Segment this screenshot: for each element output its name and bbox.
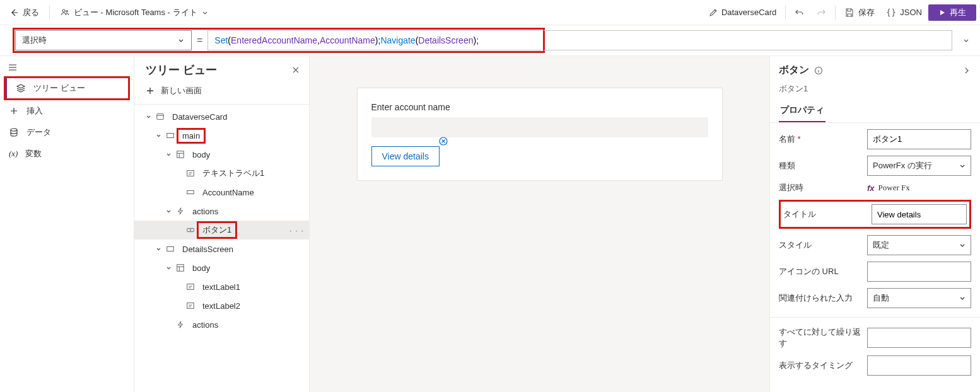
play-button[interactable]: 再生 <box>928 4 976 21</box>
pencil-icon <box>709 8 718 17</box>
svg-rect-6 <box>187 171 194 176</box>
separator <box>49 6 50 20</box>
back-button[interactable]: 戻る <box>4 4 44 21</box>
tree-node-AccountName[interactable]: AccountName· · · <box>134 183 309 202</box>
separator <box>835 6 836 20</box>
redo-button[interactable] <box>811 5 831 20</box>
tree-node-textLabel1[interactable]: textLabel1· · · <box>134 277 309 296</box>
hamburger-icon <box>8 62 18 72</box>
formula-input[interactable]: Set(EnteredAccountName, AccountName); Na… <box>207 30 541 50</box>
prop-title-input[interactable] <box>872 204 967 224</box>
text-icon <box>186 169 195 178</box>
formula-input-ext[interactable] <box>544 30 952 50</box>
text-icon <box>186 301 195 310</box>
svg-rect-8 <box>187 228 194 231</box>
card-icon <box>156 112 165 121</box>
rail-insert[interactable]: 挿入 <box>0 100 134 122</box>
chevron-down-icon <box>959 242 965 248</box>
property-dropdown[interactable]: 選択時 <box>15 30 192 50</box>
prop-assoc-label: 関連付けられた入力 <box>779 292 867 304</box>
text-icon <box>186 282 195 291</box>
redo-icon <box>816 8 826 18</box>
tree-node-actions[interactable]: actions· · · <box>134 315 309 334</box>
svg-point-9 <box>190 229 191 231</box>
prop-visibility-input[interactable] <box>867 355 971 376</box>
rect-icon <box>166 131 175 140</box>
info-icon[interactable] <box>814 66 823 75</box>
prop-type-select[interactable]: PowerFx の実行 <box>867 156 971 176</box>
tree-node-label: textLabel2 <box>202 301 240 311</box>
view-details-label: View details <box>382 151 429 161</box>
tree-node-label: DataverseCard <box>172 112 227 122</box>
tree-node-label: body <box>192 263 210 273</box>
prop-onselect-label: 選択時 <box>779 182 867 193</box>
chevron-down-icon <box>177 37 185 44</box>
hamburger-button[interactable] <box>0 56 134 76</box>
svg-point-2 <box>11 129 17 131</box>
tree-node-actions[interactable]: actions· · · <box>134 202 309 221</box>
canvas: Enter account name View details <box>310 56 769 392</box>
prop-repeat-input[interactable] <box>867 328 971 348</box>
undo-button[interactable] <box>790 5 810 20</box>
tree-node-body[interactable]: body· · · <box>134 258 309 277</box>
prop-onselect-value[interactable]: fxPower Fx <box>867 183 971 193</box>
equals-sign: = <box>197 35 202 46</box>
play-icon <box>938 9 946 16</box>
view-selector[interactable]: ビュー - Microsoft Teams - ライト <box>55 4 214 21</box>
tree-node-main[interactable]: main· · · <box>134 126 309 145</box>
json-button[interactable]: JSON <box>881 5 927 20</box>
account-name-input[interactable] <box>371 117 708 137</box>
prop-style-select[interactable]: 既定 <box>867 235 971 255</box>
prop-iconurl-input[interactable] <box>867 262 971 282</box>
save-button[interactable]: 保存 <box>839 4 880 21</box>
close-icon <box>291 66 300 74</box>
plus-icon <box>9 106 19 116</box>
back-label: 戻る <box>23 7 39 18</box>
prop-assoc-select[interactable]: 自動 <box>867 288 971 308</box>
tab-properties[interactable]: プロパティ <box>779 101 825 122</box>
tree-node-テキストラベル1[interactable]: テキストラベル1· · · <box>134 164 309 183</box>
more-button[interactable]: · · · <box>289 226 304 235</box>
separator <box>785 6 786 20</box>
view-details-button[interactable]: View details <box>371 146 440 166</box>
card-text-label: Enter account name <box>371 102 708 112</box>
clear-icon[interactable] <box>438 136 448 146</box>
svg-rect-13 <box>187 303 194 309</box>
panel-subtitle: ボタン1 <box>770 79 980 101</box>
svg-rect-11 <box>177 265 184 272</box>
dataverse-button[interactable]: DataverseCard <box>704 5 781 20</box>
tree-close-button[interactable] <box>291 66 300 74</box>
formula-bar: 選択時 = Set(EnteredAccountName, AccountNam… <box>0 25 980 56</box>
card-preview[interactable]: Enter account name View details <box>357 88 723 181</box>
tree-node-textLabel2[interactable]: textLabel2· · · <box>134 296 309 315</box>
teams-icon <box>60 8 70 18</box>
braces-icon <box>886 8 896 18</box>
tree-title: ツリー ビュー <box>146 62 217 78</box>
bolt-icon <box>176 207 185 216</box>
tree-node-body[interactable]: body· · · <box>134 145 309 164</box>
prop-style-label: スタイル <box>779 239 867 251</box>
tree-node-DetailsScreen[interactable]: DetailsScreen· · · <box>134 239 309 258</box>
new-screen-label: 新しい画面 <box>161 85 202 96</box>
rail-insert-label: 挿入 <box>26 105 43 117</box>
new-screen-button[interactable]: 新しい画面 <box>134 81 309 104</box>
tree-node-ボタン1[interactable]: ボタン1· · · <box>134 221 309 239</box>
prop-name-input[interactable] <box>867 129 971 149</box>
arrow-left-icon <box>9 8 19 18</box>
tree-node-label: AccountName <box>202 188 254 197</box>
prop-repeat-label: すべてに対して繰り返す <box>779 326 867 349</box>
rail-tree-view[interactable]: ツリー ビュー <box>5 78 129 99</box>
bolt-icon <box>176 320 185 329</box>
rail-data[interactable]: データ <box>0 122 134 143</box>
tree-node-label: actions <box>192 320 218 330</box>
svg-point-1 <box>66 10 68 12</box>
rail-vars[interactable]: (x) 変数 <box>0 143 134 164</box>
variable-icon: (x) <box>9 149 18 159</box>
formula-expand-button[interactable] <box>957 32 975 49</box>
svg-rect-12 <box>187 284 194 290</box>
button-icon <box>186 226 195 234</box>
property-label: 選択時 <box>22 35 47 46</box>
layout-icon <box>176 150 185 159</box>
panel-collapse-button[interactable] <box>962 66 971 75</box>
tree-node-DataverseCard[interactable]: DataverseCard· · · <box>134 107 309 126</box>
